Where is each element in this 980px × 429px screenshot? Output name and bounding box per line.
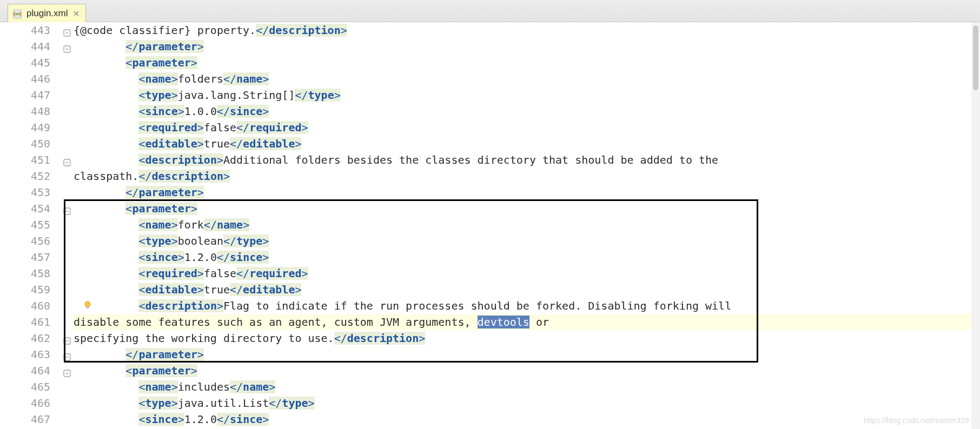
line-number: 454	[0, 200, 50, 217]
line-number: 453	[0, 184, 50, 200]
code-line[interactable]: <description>Additional folders besides …	[72, 152, 980, 168]
editor-tab-bar: plugin.xml	[0, 0, 980, 22]
code-line[interactable]: specifying the working directory to use.…	[72, 330, 980, 346]
fold-toggle-icon[interactable]	[63, 26, 71, 34]
code-line[interactable]: <editable>true</editable>	[72, 136, 980, 152]
svg-rect-9	[87, 307, 89, 309]
line-number: 444	[0, 38, 50, 55]
code-line[interactable]: <parameter>	[72, 55, 980, 71]
code-line[interactable]: disable some features such as an agent, …	[72, 314, 980, 330]
code-line[interactable]: <type>boolean</type>	[72, 233, 980, 249]
fold-column[interactable]	[63, 22, 72, 429]
line-number: 460	[0, 298, 50, 314]
fold-toggle-icon[interactable]	[63, 367, 71, 374]
code-line[interactable]: classpath.</description>	[72, 168, 980, 184]
code-line[interactable]: <since>1.0.0</since>	[72, 103, 980, 119]
code-line[interactable]: </parameter>	[72, 184, 980, 200]
code-line[interactable]: <parameter>	[72, 363, 980, 379]
code-line[interactable]: </parameter>	[72, 38, 980, 55]
close-tab-button[interactable]	[72, 10, 80, 17]
code-line[interactable]: <type>java.lang.String[]</type>	[72, 87, 980, 103]
code-line[interactable]: <since>1.2.0</since>	[72, 249, 980, 265]
code-line[interactable]: <name>fork</name>	[72, 217, 980, 233]
intention-bulb-icon[interactable]	[82, 300, 93, 313]
line-number: 462	[0, 330, 50, 346]
code-line[interactable]: </parameter>	[72, 346, 980, 363]
code-line[interactable]: <required>false</required>	[72, 265, 980, 281]
line-number: 463	[0, 346, 50, 363]
line-number: 445	[0, 55, 50, 71]
vertical-scrollbar[interactable]	[971, 22, 980, 429]
xml-file-icon	[12, 9, 22, 18]
code-line[interactable]: <since>1.2.0</since>	[72, 411, 980, 427]
file-tab[interactable]: plugin.xml	[8, 4, 86, 22]
line-number: 448	[0, 103, 50, 119]
code-line[interactable]: <parameter>	[72, 200, 980, 217]
code-line[interactable]: {@code classifier} property.</descriptio…	[72, 22, 980, 38]
fold-toggle-icon[interactable]	[63, 334, 71, 342]
line-number: 447	[0, 87, 50, 103]
line-number: 464	[0, 363, 50, 379]
line-number: 459	[0, 281, 50, 298]
code-area[interactable]: {@code classifier} property.</descriptio…	[72, 22, 980, 429]
fold-toggle-icon[interactable]	[63, 43, 71, 50]
line-number: 455	[0, 217, 50, 233]
line-number: 467	[0, 411, 50, 427]
line-number: 466	[0, 395, 50, 411]
scrollbar-thumb[interactable]	[973, 25, 978, 90]
code-line[interactable]: <required>false</required>	[72, 119, 980, 136]
code-line[interactable]: <editable>true</editable>	[72, 281, 980, 298]
code-line[interactable]: <name>includes</name>	[72, 379, 980, 395]
fold-toggle-icon[interactable]	[63, 351, 71, 358]
line-number: 443	[0, 22, 50, 38]
line-number: 457	[0, 249, 50, 265]
watermark-text: https://blog.csdn.net/master326	[864, 416, 969, 425]
code-editor[interactable]: 4434444454464474484494504514524534544554…	[0, 22, 980, 429]
line-number: 446	[0, 71, 50, 87]
line-number: 450	[0, 136, 50, 152]
line-number: 449	[0, 119, 50, 136]
code-line[interactable]: <description>Flag to indicate if the run…	[72, 298, 980, 314]
line-number-gutter: 4434444454464474484494504514524534544554…	[0, 22, 63, 429]
tab-filename: plugin.xml	[27, 8, 68, 19]
line-number: 461	[0, 314, 50, 330]
line-number: 456	[0, 233, 50, 249]
code-line[interactable]: <type>java.util.List</type>	[72, 395, 980, 411]
svg-rect-1	[16, 13, 19, 15]
fold-toggle-icon[interactable]	[63, 205, 71, 212]
fold-toggle-icon[interactable]	[63, 156, 71, 164]
line-number: 458	[0, 265, 50, 281]
line-number: 465	[0, 379, 50, 395]
code-line[interactable]: <name>folders</name>	[72, 71, 980, 87]
line-number: 452	[0, 168, 50, 184]
line-number: 451	[0, 152, 50, 168]
